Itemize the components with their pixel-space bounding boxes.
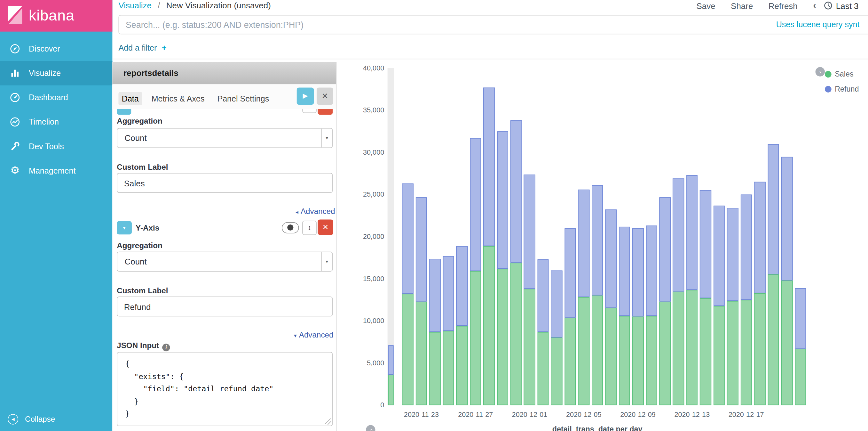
bar-sales-2020-11-28[interactable]	[483, 246, 495, 405]
bar-refund-2020-12-05[interactable]	[578, 190, 589, 297]
bar-sales-2020-11-21[interactable]	[388, 375, 393, 405]
bar-refund-2020-12-10[interactable]	[646, 226, 657, 316]
bar-refund-2020-12-12[interactable]	[673, 179, 684, 292]
bar-refund-2020-11-25[interactable]	[443, 256, 454, 331]
bar-refund-2020-12-09[interactable]	[632, 228, 644, 317]
disable-aggregation-toggle[interactable]	[282, 222, 299, 233]
share-button[interactable]: Share	[731, 1, 753, 10]
bar-sales-2020-12-17[interactable]	[740, 300, 752, 405]
bar-refund-2020-12-14[interactable]	[700, 190, 711, 298]
bar-refund-2020-11-23[interactable]	[416, 197, 427, 301]
bar-refund-2020-12-02[interactable]	[538, 259, 549, 332]
bar-refund-2020-12-15[interactable]	[714, 206, 725, 306]
bar-refund-2020-11-28[interactable]	[483, 87, 495, 246]
remove-metric-button[interactable]: ✕	[318, 219, 333, 235]
bar-sales-2020-12-11[interactable]	[659, 301, 671, 405]
bar-sales-2020-12-04[interactable]	[564, 318, 576, 405]
bar-refund-2020-12-03[interactable]	[551, 270, 563, 338]
bar-sales-2020-11-24[interactable]	[429, 332, 441, 405]
bar-sales-2020-11-29[interactable]	[497, 269, 508, 405]
bar-sales-2020-11-27[interactable]	[470, 271, 481, 405]
bar-refund-2020-11-30[interactable]	[510, 120, 522, 263]
bar-refund-2020-11-27[interactable]	[470, 138, 481, 271]
yaxis-collapse-button[interactable]: ▾	[117, 221, 132, 235]
aggregation-select-refund[interactable]: Count ▾	[117, 252, 333, 271]
bar-sales-2020-12-06[interactable]	[592, 295, 603, 405]
remove-button-fragment[interactable]	[318, 109, 333, 115]
bar-refund-2020-11-21[interactable]	[388, 345, 393, 375]
bar-sales-2020-11-30[interactable]	[510, 263, 522, 405]
bar-sales-2020-12-13[interactable]	[686, 290, 698, 405]
timepicker-chevron-left-icon[interactable]: ‹	[813, 1, 816, 10]
scroll-up-button[interactable]: ›	[366, 425, 375, 431]
bar-refund-2020-12-21[interactable]	[795, 288, 806, 349]
bar-sales-2020-12-05[interactable]	[578, 297, 589, 405]
reorder-metric-button[interactable]: ↕	[302, 221, 317, 235]
clock-icon[interactable]	[824, 1, 833, 10]
bar-refund-2020-12-16[interactable]	[727, 208, 739, 301]
advanced-link-sales[interactable]: ◂Advanced	[296, 207, 335, 216]
sidebar-item-management[interactable]: ⚙Management	[0, 159, 112, 183]
bar-refund-2020-12-11[interactable]	[659, 197, 671, 301]
editor-panel-title[interactable]: reportsdetails	[112, 62, 336, 85]
bar-refund-2020-12-01[interactable]	[524, 174, 535, 289]
bar-sales-2020-11-25[interactable]	[443, 331, 454, 405]
sidebar-item-dashboard[interactable]: Dashboard	[0, 86, 112, 110]
bar-sales-2020-12-12[interactable]	[673, 291, 684, 405]
apply-changes-button[interactable]: ▶	[297, 87, 314, 105]
bar-refund-2020-12-06[interactable]	[592, 185, 603, 296]
sidebar-item-dev-tools[interactable]: Dev Tools	[0, 134, 112, 159]
bar-refund-2020-12-17[interactable]	[740, 195, 752, 300]
discard-changes-button[interactable]: ✕	[317, 87, 333, 105]
bar-sales-2020-12-15[interactable]	[714, 306, 725, 405]
bar-refund-2020-11-24[interactable]	[429, 259, 441, 332]
bar-refund-2020-12-08[interactable]	[619, 227, 630, 316]
editor-scroll-area[interactable]: Aggregation Count ▾ Custom Label ◂Advanc…	[112, 109, 336, 431]
bar-sales-2020-12-21[interactable]	[795, 349, 806, 405]
add-filter-button[interactable]: Add a filter +	[118, 43, 166, 52]
sidebar-item-visualize[interactable]: Visualize	[0, 61, 112, 85]
bar-refund-2020-11-26[interactable]	[456, 246, 468, 326]
bar-sales-2020-12-03[interactable]	[551, 338, 563, 405]
bar-sales-2020-12-18[interactable]	[754, 293, 766, 405]
bar-refund-2020-12-18[interactable]	[754, 182, 766, 293]
info-icon[interactable]: i	[162, 344, 170, 351]
legend-collapse-button[interactable]: ›	[815, 67, 825, 76]
bar-refund-2020-11-22[interactable]	[402, 183, 413, 294]
bar-sales-2020-12-09[interactable]	[632, 317, 644, 405]
breadcrumb-visualize-link[interactable]: Visualize	[118, 1, 151, 10]
legend-item-refund[interactable]: Refund	[825, 81, 859, 96]
bar-sales-2020-12-01[interactable]	[524, 289, 535, 405]
time-picker-button[interactable]: Last 3	[836, 1, 859, 10]
lucene-syntax-link[interactable]: Uses lucene query synt	[776, 20, 860, 29]
tab-metrics-axes[interactable]: Metrics & Axes	[148, 92, 208, 105]
advanced-link-refund[interactable]: ▾Advanced	[294, 331, 333, 339]
bar-refund-2020-12-13[interactable]	[686, 175, 698, 290]
refresh-button[interactable]: Refresh	[769, 1, 798, 10]
bar-refund-2020-12-19[interactable]	[768, 144, 779, 275]
save-button[interactable]: Save	[696, 1, 715, 10]
custom-label-input-sales[interactable]	[117, 173, 333, 193]
bar-refund-2020-12-07[interactable]	[605, 210, 617, 308]
sidebar-item-discover[interactable]: Discover	[0, 36, 112, 61]
bar-sales-2020-12-20[interactable]	[781, 281, 793, 405]
json-input-textarea[interactable]: { "exists": { "field": "detail_refund_da…	[117, 352, 333, 426]
bar-sales-2020-11-23[interactable]	[416, 301, 427, 405]
legend-item-sales[interactable]: Sales	[825, 66, 859, 82]
tab-data[interactable]: Data	[118, 92, 142, 105]
resize-handle[interactable]	[325, 419, 331, 425]
bar-sales-2020-11-22[interactable]	[402, 294, 413, 405]
bar-sales-2020-12-14[interactable]	[700, 298, 711, 405]
sidebar-item-timelion[interactable]: Timelion	[0, 110, 112, 134]
bar-sales-2020-12-02[interactable]	[538, 332, 549, 405]
bar-refund-2020-12-04[interactable]	[564, 228, 576, 318]
bar-refund-2020-11-29[interactable]	[497, 131, 508, 269]
tab-panel-settings[interactable]: Panel Settings	[214, 92, 273, 105]
search-input[interactable]	[118, 15, 868, 35]
bar-sales-2020-12-08[interactable]	[619, 316, 630, 405]
custom-label-input-refund[interactable]	[117, 296, 333, 316]
collapse-pill-fragment[interactable]	[117, 109, 131, 115]
reorder-button-fragment[interactable]	[302, 109, 317, 113]
bar-sales-2020-12-10[interactable]	[646, 316, 657, 405]
bar-refund-2020-12-20[interactable]	[781, 156, 793, 281]
